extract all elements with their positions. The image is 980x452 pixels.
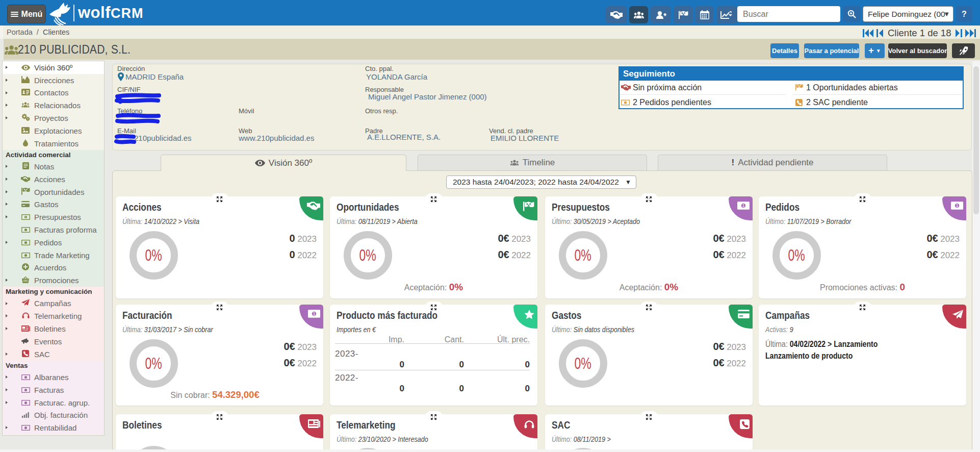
svg-text:1: 1 <box>313 311 315 316</box>
svg-text:1: 1 <box>742 203 744 208</box>
svg-text:1: 1 <box>956 203 958 208</box>
